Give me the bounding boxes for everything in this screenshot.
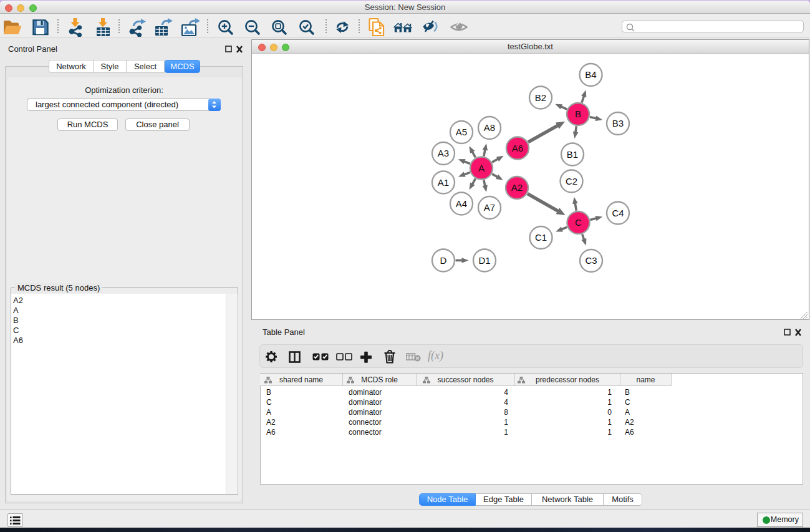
svg-text:A2: A2 (511, 182, 523, 193)
svg-text:A1: A1 (438, 177, 449, 188)
svg-text:A3: A3 (438, 148, 449, 158)
svg-text:C: C (575, 217, 582, 228)
svg-text:B3: B3 (612, 118, 624, 128)
svg-text:C3: C3 (585, 255, 597, 266)
svg-text:D1: D1 (478, 255, 490, 266)
svg-text:B2: B2 (535, 92, 546, 103)
svg-text:A8: A8 (484, 122, 495, 133)
svg-text:A5: A5 (456, 127, 467, 137)
svg-text:A7: A7 (484, 202, 495, 213)
svg-text:C2: C2 (566, 176, 577, 186)
svg-text:A6: A6 (512, 143, 523, 153)
svg-text:D: D (440, 255, 447, 266)
svg-text:A: A (478, 163, 485, 173)
svg-text:C4: C4 (612, 208, 624, 218)
svg-text:B4: B4 (585, 69, 596, 80)
svg-text:A4: A4 (456, 198, 467, 209)
svg-text:B1: B1 (567, 149, 578, 160)
svg-text:B: B (575, 109, 581, 119)
svg-text:C1: C1 (535, 232, 547, 243)
